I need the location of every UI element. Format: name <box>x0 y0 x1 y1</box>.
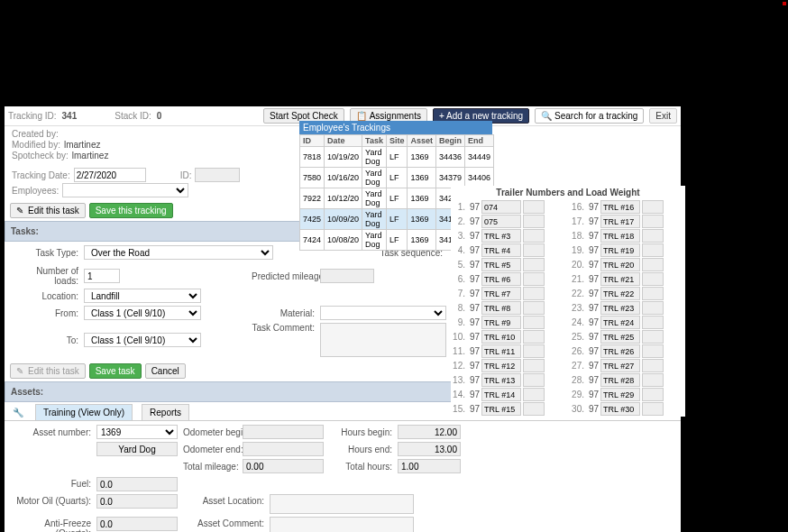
trailer-weight-input[interactable] <box>523 272 545 286</box>
exit-button[interactable]: Exit <box>649 108 677 124</box>
trailer-number-input[interactable] <box>600 229 640 243</box>
motor-oil-input[interactable] <box>96 494 178 509</box>
trailer-weight-input[interactable] <box>523 373 545 387</box>
trailer-weight-input[interactable] <box>523 287 545 300</box>
trailer-weight-input[interactable] <box>642 402 664 416</box>
trailer-weight-input[interactable] <box>523 229 545 243</box>
trailer-weight-input[interactable] <box>642 287 664 300</box>
trailer-weight-input[interactable] <box>523 215 545 228</box>
trailer-number-input[interactable] <box>600 330 640 344</box>
hours-end-input[interactable] <box>398 442 461 456</box>
trailer-weight-input[interactable] <box>642 272 664 286</box>
from-select[interactable]: Class 1 (Cell 9/10) <box>84 306 201 320</box>
trailer-weight-input[interactable] <box>642 200 664 214</box>
num-loads-input[interactable] <box>84 269 120 283</box>
id-input[interactable] <box>195 168 240 182</box>
trailer-weight-input[interactable] <box>642 344 664 358</box>
trailer-number-input[interactable] <box>481 215 521 228</box>
trailer-number-input[interactable] <box>600 272 640 286</box>
trailer-number-input[interactable] <box>600 373 640 387</box>
trailer-number-input[interactable] <box>481 301 521 315</box>
trailer-weight-input[interactable] <box>642 330 664 344</box>
trailer-number-input[interactable] <box>600 359 640 372</box>
trailer-number-input[interactable] <box>481 359 521 372</box>
asset-location-input[interactable] <box>270 494 414 514</box>
material-select[interactable] <box>320 306 446 320</box>
predicted-mileage-input[interactable] <box>320 269 374 283</box>
et-col-asset[interactable]: Asset <box>408 135 436 147</box>
cancel-task-button[interactable]: Cancel <box>145 363 186 379</box>
trailer-weight-input[interactable] <box>642 243 664 257</box>
edit-tracking-button[interactable]: Edit this task <box>10 203 86 218</box>
et-col-id[interactable]: ID <box>300 135 325 147</box>
trailer-weight-input[interactable] <box>642 258 664 271</box>
trailer-number-input[interactable] <box>600 301 640 315</box>
location-select[interactable]: Landfill <box>84 289 201 303</box>
trailer-weight-input[interactable] <box>642 388 664 401</box>
trailer-weight-input[interactable] <box>642 229 664 243</box>
trailer-weight-input[interactable] <box>523 301 545 315</box>
trailer-number-input[interactable] <box>600 200 640 214</box>
trailer-number-input[interactable] <box>481 388 521 401</box>
trailer-number-input[interactable] <box>600 215 640 228</box>
trailer-weight-input[interactable] <box>642 373 664 387</box>
trailer-weight-input[interactable] <box>523 200 545 214</box>
trailer-number-input[interactable] <box>481 316 521 329</box>
et-row[interactable]: 781810/19/20Yard DogLF13693443634449 <box>300 147 494 168</box>
et-col-begin[interactable]: Begin <box>435 135 464 147</box>
trailer-weight-input[interactable] <box>642 359 664 372</box>
trailer-number-input[interactable] <box>600 316 640 329</box>
trailer-number-input[interactable] <box>481 229 521 243</box>
save-task-button[interactable]: Save task <box>89 363 142 379</box>
total-mileage-input[interactable] <box>243 459 324 473</box>
trailer-number-input[interactable] <box>481 344 521 358</box>
trailer-weight-input[interactable] <box>523 344 545 358</box>
trailer-number-input[interactable] <box>600 402 640 416</box>
odo-end-input[interactable] <box>243 442 324 456</box>
fuel-input[interactable] <box>96 477 178 491</box>
save-tracking-button[interactable]: Save this tracking <box>89 203 173 218</box>
et-col-site[interactable]: Site <box>386 135 408 147</box>
employees-select[interactable] <box>62 183 188 197</box>
trailer-weight-input[interactable] <box>642 301 664 315</box>
hours-begin-input[interactable] <box>398 425 461 439</box>
tab-training[interactable]: Training (View Only) <box>35 404 133 420</box>
to-select[interactable]: Class 1 (Cell 9/10) <box>84 333 201 347</box>
trailer-weight-input[interactable] <box>523 388 545 401</box>
trailer-number-input[interactable] <box>481 200 521 214</box>
trailer-number-input[interactable] <box>481 258 521 271</box>
asset-comment-input[interactable] <box>270 517 414 532</box>
task-comment-input[interactable] <box>320 323 446 357</box>
trailer-number-input[interactable] <box>481 402 521 416</box>
asset-number-select[interactable]: 1369 <box>96 425 178 439</box>
tracking-date-input[interactable] <box>74 168 146 182</box>
et-col-task[interactable]: Task <box>362 135 387 147</box>
trailer-number-input[interactable] <box>600 388 640 401</box>
trailer-weight-input[interactable] <box>523 258 545 271</box>
trailer-weight-input[interactable] <box>523 316 545 329</box>
trailer-weight-input[interactable] <box>523 330 545 344</box>
tab-reports[interactable]: Reports <box>142 404 189 420</box>
trailer-number-input[interactable] <box>600 243 640 257</box>
edit-task-button[interactable]: Edit this task <box>10 363 86 379</box>
trailer-weight-input[interactable] <box>523 402 545 416</box>
trailer-number-input[interactable] <box>481 272 521 286</box>
trailer-weight-input[interactable] <box>523 243 545 257</box>
search-tracking-button[interactable]: 🔍 Search for a tracking <box>535 108 644 124</box>
task-type-select[interactable]: Over the Road <box>84 245 273 260</box>
trailer-number-input[interactable] <box>481 243 521 257</box>
et-col-end[interactable]: End <box>465 135 494 147</box>
et-col-date[interactable]: Date <box>325 135 362 147</box>
odo-begin-input[interactable] <box>243 425 324 439</box>
trailer-weight-input[interactable] <box>642 215 664 228</box>
total-hours-input[interactable] <box>398 459 461 473</box>
trailer-number-input[interactable] <box>481 287 521 300</box>
trailer-number-input[interactable] <box>600 258 640 271</box>
trailer-weight-input[interactable] <box>642 316 664 329</box>
trailer-number-input[interactable] <box>600 287 640 300</box>
trailer-number-input[interactable] <box>481 373 521 387</box>
anti-freeze-input[interactable] <box>96 517 178 531</box>
trailer-number-input[interactable] <box>481 330 521 344</box>
trailer-weight-input[interactable] <box>523 359 545 372</box>
trailer-number-input[interactable] <box>600 344 640 358</box>
